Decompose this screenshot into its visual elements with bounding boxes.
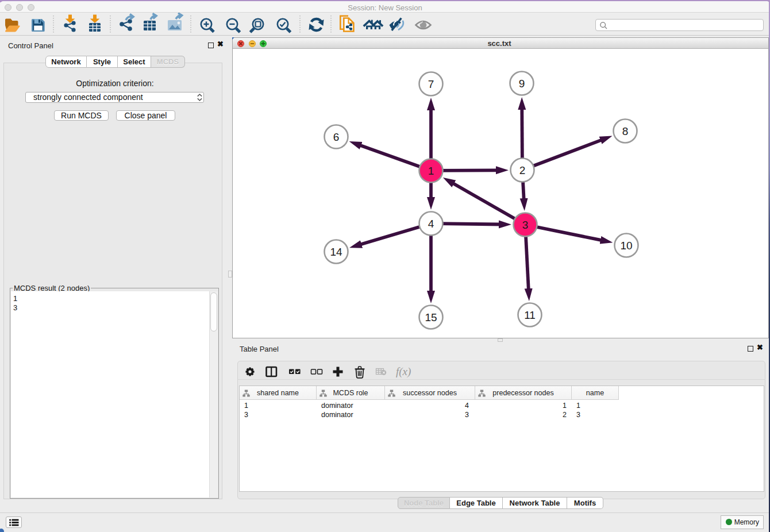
svg-text:9: 9 — [519, 78, 525, 90]
svg-text:1: 1 — [428, 165, 434, 177]
svg-text:14: 14 — [330, 246, 342, 258]
svg-text:3: 3 — [522, 219, 529, 231]
svg-text:6: 6 — [333, 131, 340, 143]
svg-text:2: 2 — [519, 164, 526, 176]
svg-text:8: 8 — [622, 125, 629, 137]
svg-text:f(x): f(x) — [396, 365, 411, 378]
svg-text:15: 15 — [425, 311, 437, 323]
svg-text:10: 10 — [620, 240, 632, 252]
svg-text:7: 7 — [428, 78, 434, 90]
svg-text:11: 11 — [524, 309, 536, 321]
svg-text:4: 4 — [428, 218, 434, 230]
